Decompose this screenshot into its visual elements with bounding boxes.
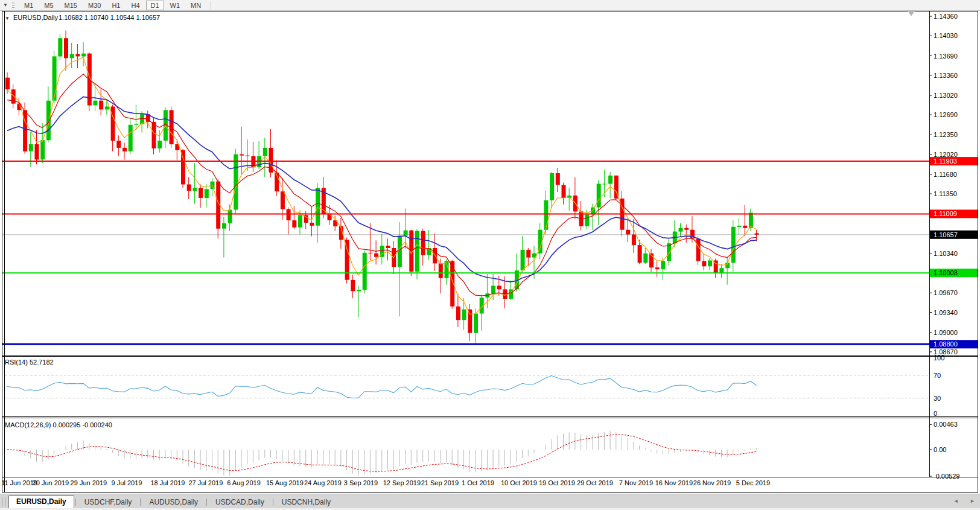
chart-window[interactable]: ▼ EURUSD,Daily 1.10682 1.10740 1.10544 1… — [0, 10, 980, 494]
candle-up — [661, 261, 665, 270]
tabs-scroll-left-icon[interactable]: ◄ — [953, 498, 959, 504]
date-label: 6 Aug 2019 — [227, 479, 261, 486]
date-axis-layer[interactable]: 11 Jun 201920 Jun 201929 Jun 20199 Jul 2… — [1, 479, 770, 486]
macd-tick-label: -0.00529 — [934, 473, 959, 480]
timeframe-button-w1[interactable]: W1 — [165, 1, 185, 10]
timeframe-button-m30[interactable]: M30 — [83, 1, 106, 10]
chart-list-dropdown-icon[interactable]: ▼ — [0, 2, 11, 8]
chart-symbol-label: EURUSD,Daily — [13, 14, 58, 21]
date-label: 20 Jun 2019 — [33, 479, 69, 486]
rsi-tick-label: 30 — [934, 395, 941, 402]
tab-separator — [140, 499, 141, 506]
price-tick-label: 1.14360 — [934, 13, 958, 20]
tabs-scroll-arrows: ◄ ► — [944, 498, 975, 504]
candle-up — [222, 223, 226, 229]
price-badge-label: 1.10657 — [934, 231, 958, 238]
candle-up — [81, 54, 86, 57]
price-tick-label: 1.10340 — [934, 250, 958, 257]
candle-up — [29, 144, 33, 151]
timeframe-button-m5[interactable]: M5 — [39, 1, 58, 10]
tabs-scroll-right-icon[interactable]: ► — [970, 498, 975, 504]
candle-up — [140, 114, 144, 124]
date-label: 3 Sep 2019 — [344, 479, 378, 486]
rsi-tick-label: 70 — [934, 372, 941, 379]
candle-up — [192, 188, 197, 191]
timeframes-toolbar: ▼ M1M5M15M30H1H4D1W1MN — [0, 0, 980, 11]
date-label: 1 Oct 2019 — [462, 479, 494, 486]
date-label: 29 Jun 2019 — [71, 479, 107, 486]
date-label: 5 Dec 2019 — [736, 479, 770, 486]
candle-up — [550, 173, 554, 200]
candle-down — [351, 280, 355, 292]
chart-window-border — [2, 11, 978, 492]
candle-down — [632, 235, 636, 246]
toolbar-drag-grip[interactable] — [12, 2, 14, 8]
tab-usdcad-daily[interactable]: USDCAD,Daily — [208, 497, 272, 509]
tab-usdcnh-daily[interactable]: USDCNH,Daily — [275, 497, 338, 509]
date-label: 21 Sep 2019 — [421, 479, 459, 486]
timeframe-button-d1[interactable]: D1 — [146, 1, 164, 10]
chart-tabs-bar: EURUSD,DailyUSDCHF,DailyAUDUSD,DailyUSDC… — [0, 494, 980, 509]
candle-up — [94, 101, 98, 106]
date-label: 9 Jul 2019 — [112, 479, 142, 486]
candle-down — [310, 223, 314, 226]
candle-up — [357, 290, 361, 291]
candle-up — [316, 188, 320, 226]
candle-up — [158, 141, 162, 148]
tab-separator — [273, 499, 273, 506]
rsi-tick-label: 0 — [934, 410, 937, 417]
candle-down — [526, 250, 530, 258]
ma-line-4 — [7, 57, 757, 314]
timeframe-button-h4[interactable]: H4 — [126, 1, 144, 10]
tabbar-grip[interactable] — [2, 497, 5, 506]
candle-up — [205, 189, 209, 198]
toolbar-separator — [211, 1, 211, 9]
date-label: 12 Sep 2019 — [383, 479, 421, 486]
candle-down — [292, 220, 296, 228]
date-label: 29 Oct 2019 — [577, 479, 613, 486]
tab-eurusd-daily[interactable]: EURUSD,Daily — [8, 496, 74, 509]
price-tick-label: 1.09000 — [934, 329, 958, 336]
timeframe-button-m15[interactable]: M15 — [60, 1, 82, 10]
candle-down — [111, 107, 115, 141]
tab-audusd-daily[interactable]: AUDUSD,Daily — [142, 497, 205, 509]
candle-down — [439, 263, 443, 278]
candle-up — [597, 184, 601, 208]
price-tick-label: 1.12690 — [934, 111, 958, 118]
candle-down — [246, 156, 250, 156]
price-tick-label: 1.09340 — [934, 309, 958, 316]
rsi-label: RSI(14) 52.7182 — [5, 359, 54, 366]
candle-down — [240, 155, 244, 156]
tab-separator — [206, 499, 207, 506]
candle-down — [743, 226, 747, 228]
price-tick-label: 1.13360 — [934, 72, 958, 79]
date-label: 24 Aug 2019 — [304, 479, 342, 486]
candle-up — [521, 250, 525, 270]
candle-up — [40, 140, 45, 159]
date-label: 7 Nov 2019 — [619, 479, 653, 486]
candle-up — [474, 314, 478, 333]
macd-panel-layer: 0.004630.00-0.00529 — [7, 421, 959, 480]
candle-up — [737, 226, 742, 227]
timeframe-button-m1[interactable]: M1 — [19, 1, 38, 10]
price-axis-layer[interactable]: 1.143601.140301.136901.133601.130201.126… — [929, 13, 978, 355]
candle-down — [345, 240, 349, 279]
candle-up — [70, 54, 74, 59]
candle-down — [287, 209, 291, 221]
timeframe-buttons: M1M5M15M30H1H4D1W1MN — [19, 0, 206, 10]
price-tick-label: 1.12350 — [934, 131, 958, 138]
chart-context-dropdown-icon[interactable]: ▼ — [5, 16, 10, 21]
candle-down — [199, 188, 203, 198]
tab-usdchf-daily[interactable]: USDCHF,Daily — [77, 497, 139, 509]
timeframe-button-h1[interactable]: H1 — [107, 1, 125, 10]
candle-up — [749, 212, 753, 228]
price-badge-label: 1.11009 — [934, 210, 957, 217]
chart-shift-marker[interactable] — [907, 10, 915, 16]
candle-down — [35, 144, 39, 159]
candle-down — [562, 185, 566, 199]
candle-down — [556, 173, 560, 185]
rsi-tick-label: 100 — [934, 354, 944, 362]
candle-down — [456, 307, 460, 320]
candle-up — [602, 184, 606, 185]
timeframe-button-mn[interactable]: MN — [186, 1, 206, 10]
